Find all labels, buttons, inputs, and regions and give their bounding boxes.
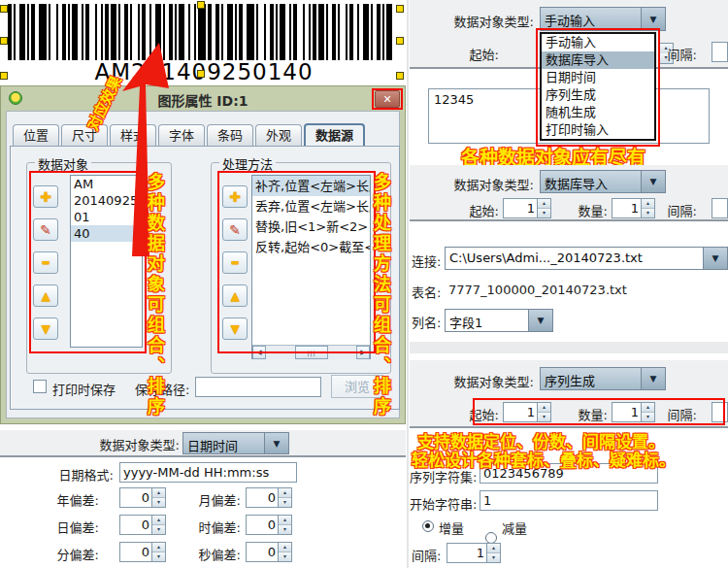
spinner-arrows[interactable]: ▴▾ [278, 488, 291, 507]
tab-位置[interactable]: 位置 [13, 124, 59, 146]
interval2-spinner[interactable]: 1▴▾ [447, 543, 501, 563]
edit-method-button[interactable]: ✎ [222, 218, 248, 241]
tab-条码[interactable]: 条码 [207, 124, 253, 146]
dropdown-option[interactable]: 手动输入 [542, 34, 654, 51]
offset-spinner[interactable]: 0▴▾ [246, 542, 292, 562]
chevron-down-icon[interactable]: ▼ [264, 433, 288, 453]
selection-handle[interactable] [197, 1, 205, 9]
chevron-down-icon[interactable]: ▼ [528, 310, 552, 331]
methods-scrollbar[interactable]: ◀ ||| ▶ [252, 345, 370, 359]
dropdown-option[interactable]: 打印时输入 [542, 121, 654, 139]
spin-up-icon[interactable]: ▴ [152, 516, 165, 525]
offset-spinner[interactable]: 0▴▾ [246, 487, 292, 508]
spin-up-icon[interactable]: ▴ [538, 199, 550, 209]
selection-handle[interactable] [396, 72, 404, 80]
remove-data-object-button[interactable]: ▬ [33, 251, 58, 274]
remove-method-button[interactable]: ▬ [222, 251, 248, 274]
spin-down-icon[interactable]: ▾ [538, 413, 550, 421]
spinner-arrows[interactable]: ▴▾ [151, 543, 165, 561]
qty-spinner[interactable]: 1▴▾ [612, 198, 655, 218]
spin-up-icon[interactable]: ▴ [642, 403, 654, 413]
spin-up-icon[interactable]: ▴ [279, 516, 291, 525]
interval-input[interactable] [711, 198, 728, 218]
spin-down-icon[interactable]: ▾ [279, 525, 291, 534]
selection-handle[interactable] [396, 5, 404, 13]
spin-up-icon[interactable]: ▴ [152, 488, 165, 498]
column-select[interactable]: 字段1 ▼ [445, 309, 553, 332]
spinner-arrows[interactable]: ▴▾ [537, 403, 550, 421]
spin-down-icon[interactable]: ▾ [642, 209, 654, 217]
selection-handle[interactable] [0, 72, 8, 80]
spin-down-icon[interactable]: ▾ [538, 209, 550, 217]
offset-spinner[interactable]: 0▴▾ [119, 542, 166, 562]
spinner-arrows[interactable]: ▴▾ [486, 544, 500, 562]
spin-down-icon[interactable]: ▾ [152, 525, 165, 534]
spinner-arrows[interactable]: ▴▾ [537, 199, 550, 217]
list-item[interactable]: 丢弃,位置<左端>长度< [252, 196, 370, 217]
list-item[interactable]: 反转,起始<0>截至<16 [252, 237, 370, 257]
scrollbar-thumb[interactable]: ||| [295, 346, 328, 359]
spin-down-icon[interactable]: ▾ [487, 553, 500, 562]
data-object-type-select[interactable]: 数据库导入 ▼ [540, 170, 666, 193]
dropdown-option[interactable]: 数据库导入 [542, 51, 654, 69]
spinner-arrows[interactable]: ▴▾ [278, 543, 291, 561]
methods-list[interactable]: 补齐,位置<左端>长度<丢弃,位置<左端>长度<替换,旧<1>新<2>反转,起始… [251, 175, 371, 359]
spin-down-icon[interactable]: ▾ [279, 552, 291, 561]
move-down-data-object-button[interactable]: ▼ [33, 317, 58, 340]
tab-数据源[interactable]: 数据源 [304, 123, 365, 148]
offset-spinner[interactable]: 0▴▾ [119, 515, 166, 535]
chevron-down-icon[interactable]: ▼ [641, 171, 665, 192]
offset-spinner[interactable]: 0▴▾ [119, 487, 166, 508]
spin-up-icon[interactable]: ▴ [487, 544, 500, 553]
data-object-type-select[interactable]: 序列生成 ▼ [540, 367, 666, 390]
spin-up-icon[interactable]: ▴ [152, 543, 165, 552]
dropdown-option[interactable]: 随机生成 [542, 104, 654, 121]
start-spinner[interactable]: 1▴▾ [503, 198, 551, 218]
start-string-input[interactable]: 1 [480, 490, 658, 511]
barcode-image[interactable] [8, 4, 396, 60]
dropdown-option[interactable]: 序列生成 [542, 86, 654, 104]
move-down-method-button[interactable]: ▼ [222, 317, 248, 340]
close-button[interactable]: ✕ [375, 90, 400, 108]
spin-down-icon[interactable]: ▾ [152, 498, 165, 507]
connection-select[interactable]: C:\Users\Admi..._20140723.txt ▼ [445, 247, 728, 270]
edit-data-object-button[interactable]: ✎ [33, 218, 58, 241]
spinner-arrows[interactable]: ▴▾ [641, 199, 654, 217]
tab-外观[interactable]: 外观 [255, 124, 302, 146]
dropdown-option[interactable]: 日期时间 [542, 69, 654, 86]
spin-up-icon[interactable]: ▴ [279, 543, 291, 552]
qty-spinner[interactable]: 1▴▾ [612, 402, 655, 422]
chevron-down-icon[interactable]: ▼ [641, 368, 665, 389]
date-format-input[interactable]: yyyy-MM-dd HH:mm:ss [119, 462, 297, 483]
add-data-object-button[interactable]: ✚ [33, 185, 58, 208]
selection-handle[interactable] [0, 37, 8, 45]
chevron-down-icon[interactable]: ▼ [703, 248, 727, 269]
start-spinner[interactable]: 1▴▾ [503, 402, 551, 422]
spin-down-icon[interactable]: ▾ [279, 498, 291, 507]
spinner-arrows[interactable]: ▴▾ [641, 403, 654, 421]
data-object-type-select[interactable]: 日期时间 ▼ [182, 432, 289, 454]
list-item[interactable]: 补齐,位置<左端>长度< [252, 176, 370, 196]
save-on-print-checkbox[interactable] [33, 380, 47, 393]
selection-handle[interactable] [0, 5, 8, 13]
spin-down-icon[interactable]: ▾ [642, 413, 654, 421]
move-up-data-object-button[interactable]: ▲ [33, 284, 58, 307]
spinner-arrows[interactable]: ▴▾ [278, 516, 291, 534]
spin-down-icon[interactable]: ▾ [152, 552, 165, 561]
selection-handle[interactable] [197, 70, 205, 78]
save-path-input[interactable] [195, 377, 321, 397]
spin-up-icon[interactable]: ▴ [642, 199, 654, 209]
interval-input[interactable] [711, 402, 728, 422]
list-item[interactable]: 替换,旧<1>新<2> [252, 217, 370, 237]
chevron-down-icon[interactable]: ▼ [641, 8, 665, 30]
spin-up-icon[interactable]: ▴ [538, 403, 550, 413]
offset-spinner[interactable]: 0▴▾ [246, 515, 292, 535]
spinner-arrows[interactable]: ▴▾ [151, 488, 165, 507]
selection-handle[interactable] [396, 37, 404, 45]
data-object-type-select[interactable]: 手动输入 ▼ [540, 7, 666, 31]
interval-input[interactable] [711, 42, 728, 62]
move-up-method-button[interactable]: ▲ [222, 284, 248, 307]
add-method-button[interactable]: ✚ [222, 185, 248, 208]
increment-radio[interactable] [422, 520, 434, 532]
type-dropdown-popup[interactable]: 手动输入数据库导入日期时间序列生成随机生成打印时输入 [540, 32, 656, 141]
